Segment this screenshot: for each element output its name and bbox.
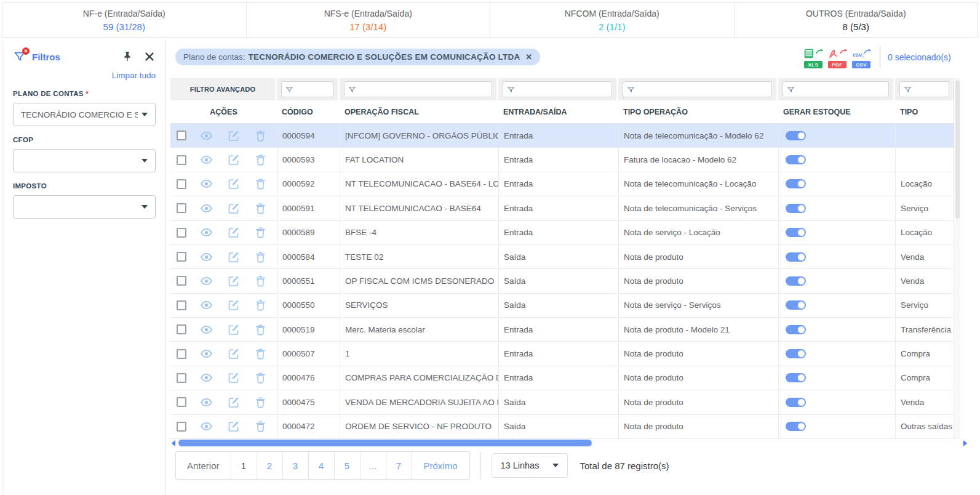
edit-icon[interactable] — [227, 371, 240, 384]
view-icon[interactable] — [200, 420, 213, 433]
delete-icon[interactable] — [254, 251, 267, 264]
edit-icon[interactable] — [227, 396, 240, 409]
view-icon[interactable] — [200, 226, 213, 239]
filter-input-entrada-saida[interactable] — [503, 81, 612, 97]
edit-icon[interactable] — [227, 226, 240, 239]
view-icon[interactable] — [200, 129, 213, 142]
vertical-scrollbar-thumb[interactable] — [955, 80, 960, 219]
view-icon[interactable] — [200, 323, 213, 336]
row-checkbox[interactable] — [177, 131, 186, 140]
gerar-estoque-toggle[interactable] — [786, 373, 806, 382]
row-checkbox[interactable] — [177, 349, 186, 359]
row-checkbox[interactable] — [177, 155, 186, 165]
delete-icon[interactable] — [254, 299, 267, 312]
scroll-right-icon[interactable] — [963, 440, 967, 446]
filter-input-operacao-fiscal[interactable] — [344, 81, 492, 97]
delete-icon[interactable] — [254, 275, 267, 288]
delete-icon[interactable] — [254, 226, 267, 239]
vertical-scrollbar[interactable] — [954, 78, 960, 439]
gerar-estoque-toggle[interactable] — [786, 422, 806, 431]
horizontal-scrollbar-thumb[interactable] — [178, 440, 592, 446]
view-icon[interactable] — [200, 347, 213, 360]
export-xls-button[interactable]: XLS — [804, 46, 823, 68]
view-icon[interactable] — [200, 251, 213, 264]
tab-nfse[interactable]: NFS-e (Entrada/Saída) 17 (3/14) — [247, 3, 491, 37]
page-button-1[interactable]: 1 — [231, 452, 257, 479]
page-button-2[interactable]: 2 — [257, 452, 282, 479]
next-page-button[interactable]: Próximo — [412, 452, 469, 479]
row-checkbox[interactable] — [177, 422, 186, 432]
delete-icon[interactable] — [254, 323, 267, 336]
row-checkbox[interactable] — [177, 203, 186, 213]
edit-icon[interactable] — [227, 177, 240, 190]
clear-all-link[interactable]: Limpar tudo — [13, 71, 156, 80]
tab-nfcom[interactable]: NFCOM (Entrada/Saída) 2 (1/1) — [490, 3, 735, 37]
gerar-estoque-toggle[interactable] — [786, 252, 806, 262]
tab-nfe[interactable]: NF-e (Entrada/Saída) 59 (31/28) — [2, 3, 247, 37]
edit-icon[interactable] — [227, 251, 240, 264]
page-button-3[interactable]: 3 — [282, 452, 308, 479]
page-button-4[interactable]: 4 — [308, 452, 334, 479]
export-csv-button[interactable]: csv; CSV — [852, 46, 870, 68]
rows-per-page-select[interactable]: 13 Linhas — [492, 453, 568, 478]
gerar-estoque-toggle[interactable] — [786, 398, 806, 407]
edit-icon[interactable] — [227, 299, 240, 312]
gerar-estoque-toggle[interactable] — [786, 300, 806, 310]
gerar-estoque-toggle[interactable] — [786, 349, 806, 358]
gerar-estoque-toggle[interactable] — [786, 325, 806, 334]
edit-icon[interactable] — [227, 420, 240, 433]
previous-page-button[interactable]: Anterior — [176, 452, 231, 479]
row-checkbox[interactable] — [177, 397, 186, 407]
export-pdf-button[interactable]: PDF — [828, 46, 847, 68]
view-icon[interactable] — [200, 396, 213, 409]
close-filters-icon[interactable] — [143, 50, 156, 63]
edit-icon[interactable] — [227, 275, 240, 288]
delete-icon[interactable] — [254, 371, 267, 384]
gerar-estoque-toggle[interactable] — [786, 228, 806, 237]
delete-icon[interactable] — [254, 153, 267, 166]
filter-input-tipo[interactable] — [899, 81, 949, 97]
row-checkbox[interactable] — [177, 300, 186, 310]
edit-icon[interactable] — [227, 202, 240, 215]
edit-icon[interactable] — [227, 347, 240, 360]
row-checkbox[interactable] — [177, 276, 186, 286]
view-icon[interactable] — [200, 177, 213, 190]
delete-icon[interactable] — [254, 420, 267, 433]
view-icon[interactable] — [200, 299, 213, 312]
pin-icon[interactable] — [121, 50, 133, 63]
edit-icon[interactable] — [227, 153, 240, 166]
gerar-estoque-toggle[interactable] — [786, 276, 806, 286]
page-button-5[interactable]: 5 — [334, 452, 360, 479]
view-icon[interactable] — [200, 153, 213, 166]
edit-icon[interactable] — [227, 129, 240, 142]
row-checkbox[interactable] — [177, 324, 186, 334]
delete-icon[interactable] — [254, 202, 267, 215]
chip-remove-icon[interactable]: ✕ — [525, 52, 532, 62]
filter-input-gerar-estoque[interactable] — [783, 81, 889, 97]
view-icon[interactable] — [200, 371, 213, 384]
scroll-left-icon[interactable] — [172, 440, 175, 446]
cfop-select[interactable] — [13, 149, 156, 172]
row-checkbox[interactable] — [177, 252, 186, 262]
row-checkbox[interactable] — [177, 179, 186, 189]
filter-input-tipo-operacao[interactable] — [623, 81, 772, 97]
delete-icon[interactable] — [254, 347, 267, 360]
row-checkbox[interactable] — [177, 373, 186, 383]
imposto-select[interactable] — [13, 195, 156, 219]
page-button-7[interactable]: 7 — [386, 452, 412, 479]
row-checkbox[interactable] — [177, 228, 186, 238]
horizontal-scrollbar[interactable] — [170, 439, 970, 448]
delete-icon[interactable] — [254, 177, 267, 190]
gerar-estoque-toggle[interactable] — [786, 204, 806, 213]
delete-icon[interactable] — [254, 396, 267, 409]
delete-icon[interactable] — [254, 129, 267, 142]
view-icon[interactable] — [200, 202, 213, 215]
tab-outros[interactable]: OUTROS (Entrada/Saída) 8 (5/3) — [735, 3, 978, 37]
filter-input-codigo[interactable] — [281, 81, 333, 97]
gerar-estoque-toggle[interactable] — [786, 131, 806, 140]
edit-icon[interactable] — [227, 323, 240, 336]
gerar-estoque-toggle[interactable] — [786, 155, 806, 164]
view-icon[interactable] — [200, 275, 213, 288]
plano-de-contas-select[interactable]: TECNORÁDIO COMERCIO E SOL — [13, 103, 156, 126]
gerar-estoque-toggle[interactable] — [786, 179, 806, 188]
